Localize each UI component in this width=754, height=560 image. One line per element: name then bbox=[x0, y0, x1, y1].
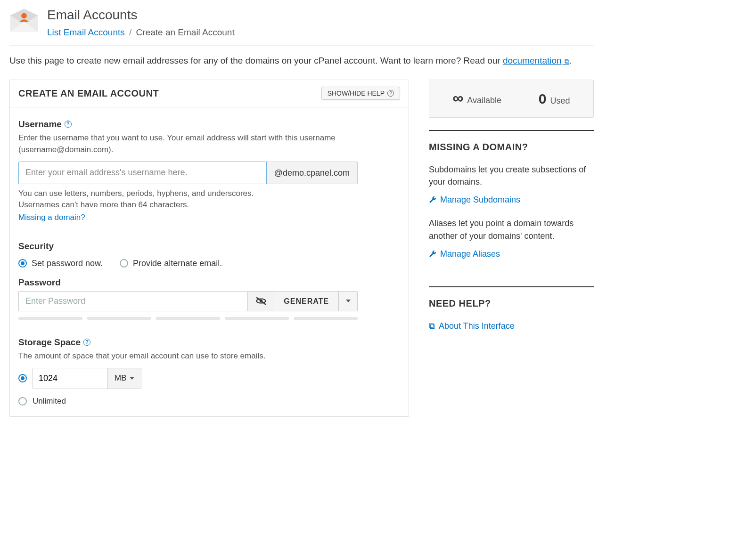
need-help-title: NEED HELP? bbox=[429, 297, 594, 310]
external-link-icon: ⧉ bbox=[563, 57, 569, 65]
generate-password-button[interactable]: GENERATE bbox=[274, 291, 339, 311]
email-accounts-icon bbox=[9, 8, 39, 34]
radio-provide-alternate-email[interactable]: Provide alternate email. bbox=[120, 257, 222, 269]
missing-domain-section: MISSING A DOMAIN? Subdomains let you cre… bbox=[429, 130, 594, 271]
external-link-icon: ⧉ bbox=[429, 320, 435, 332]
username-help-text: Enter the username that you want to use.… bbox=[18, 132, 400, 155]
eye-slash-icon bbox=[255, 295, 267, 307]
radio-set-password-now[interactable]: Set password now. bbox=[18, 257, 103, 269]
storage-help-text: The amount of space that your email acco… bbox=[18, 350, 400, 362]
svg-point-3 bbox=[21, 13, 27, 19]
svg-point-4 bbox=[260, 300, 262, 302]
breadcrumb: List Email Accounts / Create an Email Ac… bbox=[47, 26, 235, 39]
username-note: You can use letters, numbers, periods, h… bbox=[18, 188, 263, 211]
chevron-down-icon bbox=[130, 377, 134, 380]
storage-section: Storage Space ? The amount of space that… bbox=[18, 336, 400, 407]
documentation-link[interactable]: documentation ⧉ bbox=[503, 56, 569, 65]
radio-storage-custom[interactable] bbox=[18, 374, 27, 382]
username-help-icon[interactable]: ? bbox=[65, 121, 72, 128]
domain-suffix: @demo.cpanel.com bbox=[267, 162, 358, 184]
used-label: Used bbox=[550, 95, 570, 107]
page-title: Email Accounts bbox=[47, 6, 235, 25]
username-section: Username ? Enter the username that you w… bbox=[18, 118, 400, 224]
about-interface-link[interactable]: ⧉ About This Interface bbox=[429, 320, 515, 332]
need-help-section: NEED HELP? ⧉ About This Interface bbox=[429, 286, 594, 343]
quota-stats: ∞ Available 0 Used bbox=[429, 80, 594, 118]
storage-unlimited-label: Unlimited bbox=[33, 396, 66, 407]
chevron-down-icon bbox=[346, 300, 351, 302]
wrench-icon bbox=[429, 196, 436, 203]
breadcrumb-current: Create an Email Account bbox=[136, 27, 235, 37]
breadcrumb-list-link[interactable]: List Email Accounts bbox=[47, 27, 125, 37]
show-hide-help-button[interactable]: SHOW/HIDE HELP ? bbox=[321, 87, 400, 100]
create-account-panel: CREATE AN EMAIL ACCOUNT SHOW/HIDE HELP ?… bbox=[9, 80, 409, 417]
toggle-password-visibility-button[interactable] bbox=[248, 291, 274, 311]
breadcrumb-separator: / bbox=[129, 27, 131, 37]
security-label: Security bbox=[18, 240, 54, 253]
radio-icon bbox=[18, 259, 27, 268]
used-value: 0 bbox=[539, 89, 547, 109]
username-input[interactable] bbox=[18, 162, 267, 184]
wrench-icon bbox=[429, 250, 436, 258]
generate-dropdown-button[interactable] bbox=[339, 291, 358, 311]
missing-domain-title: MISSING A DOMAIN? bbox=[429, 140, 594, 154]
storage-unit-select[interactable]: MB bbox=[108, 368, 141, 389]
username-label: Username bbox=[18, 118, 62, 131]
available-value: ∞ bbox=[452, 90, 463, 106]
manage-subdomains-link[interactable]: Manage Subdomains bbox=[429, 194, 520, 206]
security-section: Security Set password now. Provide alter… bbox=[18, 240, 400, 320]
storage-label: Storage Space bbox=[18, 336, 81, 349]
radio-storage-unlimited[interactable] bbox=[18, 397, 27, 406]
available-label: Available bbox=[467, 94, 501, 106]
storage-help-icon[interactable]: ? bbox=[83, 339, 90, 346]
subdomain-desc: Subdomains let you create subsections of… bbox=[429, 163, 594, 188]
alias-desc: Aliases let you point a domain towards a… bbox=[429, 217, 594, 242]
missing-domain-link[interactable]: Missing a domain? bbox=[18, 212, 85, 224]
radio-icon bbox=[120, 259, 128, 268]
page-header: Email Accounts List Email Accounts / Cre… bbox=[9, 4, 594, 46]
manage-aliases-link[interactable]: Manage Aliases bbox=[429, 248, 500, 260]
help-icon: ? bbox=[387, 90, 394, 97]
panel-title: CREATE AN EMAIL ACCOUNT bbox=[18, 87, 159, 100]
password-strength-meter bbox=[18, 317, 358, 320]
password-input[interactable] bbox=[18, 291, 248, 311]
intro-text: Use this page to create new email addres… bbox=[9, 54, 594, 67]
storage-value-input[interactable] bbox=[33, 368, 108, 389]
password-label: Password bbox=[18, 276, 61, 289]
